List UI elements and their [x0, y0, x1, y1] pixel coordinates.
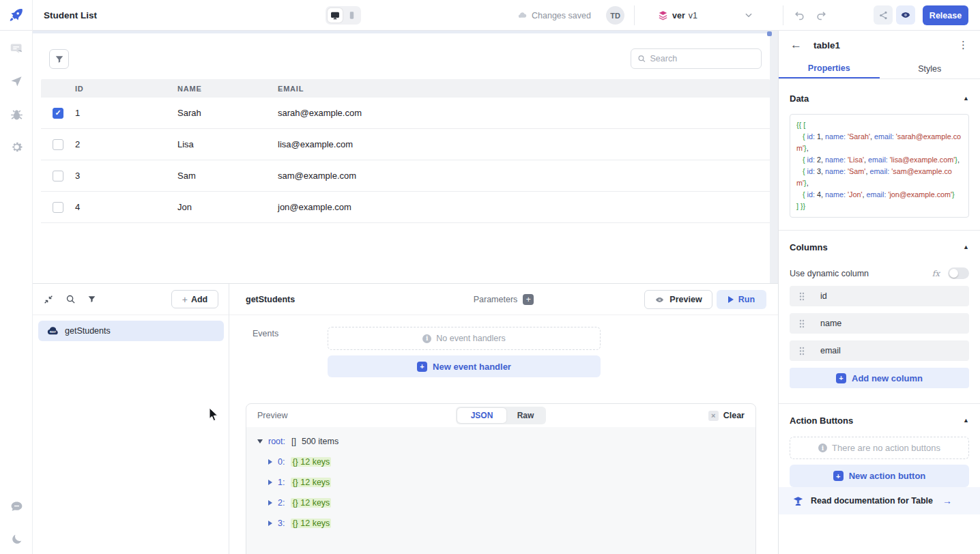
cell-name[interactable]: Lisa [177, 139, 278, 149]
search-queries-icon[interactable] [66, 294, 76, 304]
app-logo[interactable] [0, 0, 33, 31]
table-row[interactable]: 3Samsam@example.com [41, 160, 770, 192]
row-checkbox[interactable] [53, 139, 63, 150]
drag-handle-icon[interactable] [799, 319, 805, 328]
undo-button[interactable] [792, 8, 807, 23]
cell-email[interactable]: sarah@example.com [278, 108, 770, 118]
collapse-caret-icon[interactable]: ▲ [963, 95, 969, 102]
table-search-box[interactable] [631, 48, 762, 69]
cell-name[interactable]: Jon [177, 202, 278, 212]
cell-name[interactable]: Sarah [177, 108, 278, 118]
help-chat-button[interactable] [8, 498, 25, 514]
row-checkbox[interactable] [53, 171, 63, 181]
collapse-panel-icon[interactable] [43, 294, 54, 305]
kebab-menu-icon[interactable]: ⋮ [958, 39, 968, 51]
share-button[interactable] [874, 5, 893, 25]
expander-right-icon[interactable] [268, 459, 272, 465]
add-query-button[interactable]: + Add [171, 290, 218, 308]
release-button[interactable]: Release [923, 5, 968, 25]
column-row-name[interactable]: name [790, 313, 969, 334]
table-filter-button[interactable] [49, 49, 69, 69]
settings-button[interactable] [8, 138, 25, 155]
cell-email[interactable]: jon@example.com [278, 202, 770, 212]
query-run-button[interactable]: Run [717, 290, 766, 309]
cell-name[interactable]: Sam [177, 171, 278, 181]
cell-id[interactable]: 2 [75, 139, 177, 149]
tree-children: 0:{} 12 keys1:{} 12 keys2:{} 12 keys3:{}… [257, 457, 745, 528]
table-row[interactable]: 2Lisalisa@example.com [41, 129, 770, 160]
clear-button[interactable]: × Clear [708, 411, 745, 421]
no-event-handlers-box: i No event handlers [328, 327, 601, 350]
columns-section-header[interactable]: Columns ▲ [779, 240, 980, 254]
expander-right-icon[interactable] [268, 500, 272, 506]
row-checkbox[interactable] [53, 202, 63, 213]
cell-id[interactable]: 1 [75, 108, 177, 118]
column-row-email[interactable]: email [790, 340, 969, 361]
collapse-caret-icon[interactable]: ▲ [963, 244, 969, 250]
tab-styles[interactable]: Styles [880, 59, 980, 78]
selection-handle[interactable] [767, 31, 772, 36]
avatar[interactable]: TD [606, 6, 624, 25]
redo-button[interactable] [813, 8, 829, 23]
tab-raw[interactable]: Raw [506, 408, 545, 423]
tree-item-row[interactable]: 3:{} 12 keys [268, 519, 745, 528]
expander-right-icon[interactable] [268, 480, 272, 485]
filter-queries-icon[interactable] [87, 295, 96, 304]
cell-id[interactable]: 3 [75, 171, 177, 181]
header-email[interactable]: EMAIL [278, 85, 770, 93]
query-preview-button[interactable]: Preview [644, 290, 712, 309]
data-section-header[interactable]: Data ▲ [779, 91, 980, 105]
version-control[interactable]: ver v1 [657, 0, 697, 31]
inspector-tabs: Properties Styles [779, 59, 980, 79]
column-row-id[interactable]: id [790, 286, 969, 306]
releases-button[interactable] [8, 73, 25, 89]
desktop-toggle-button[interactable] [328, 8, 343, 23]
dark-mode-toggle[interactable] [8, 531, 25, 547]
read-documentation-link[interactable]: Read documentation for Table → [779, 487, 980, 514]
chevron-down-icon[interactable] [744, 10, 753, 20]
header-name[interactable]: NAME [177, 85, 278, 93]
bug-icon [10, 108, 24, 122]
rest-api-icon: REST [46, 327, 59, 336]
cell-email[interactable]: sam@example.com [278, 171, 770, 181]
tab-json[interactable]: JSON [457, 408, 506, 423]
mobile-toggle-button[interactable] [344, 8, 359, 23]
add-new-column-button[interactable]: + Add new column [790, 368, 969, 388]
back-arrow-icon[interactable]: ← [790, 38, 802, 52]
actions-section-header[interactable]: Action Buttons ▲ [779, 413, 980, 427]
expander-right-icon[interactable] [268, 521, 272, 526]
tree-root-row[interactable]: root: [] 500 items [257, 437, 745, 446]
tree-item-row[interactable]: 2:{} 12 keys [268, 498, 745, 508]
expander-down-icon[interactable] [257, 439, 263, 443]
component-name[interactable]: table1 [813, 40, 840, 50]
search-input[interactable] [650, 54, 755, 63]
data-code-editor[interactable]: {{ [ { id: 1, name: 'Sarah', email: 'sar… [790, 114, 969, 218]
tree-item-summary: {} 12 keys [291, 457, 331, 467]
tree-item-row[interactable]: 1:{} 12 keys [268, 478, 745, 487]
row-checkbox[interactable]: ✓ [53, 108, 63, 119]
response-preview-card: Preview JSON Raw × Clear root: [] [246, 403, 756, 554]
preview-title: Preview [257, 411, 287, 420]
tab-properties[interactable]: Properties [779, 59, 880, 78]
preview-app-button[interactable] [896, 5, 915, 25]
query-list-item-getstudents[interactable]: REST getStudents [38, 321, 224, 341]
play-icon [728, 296, 734, 303]
fx-icon[interactable]: fx [932, 269, 940, 278]
dynamic-column-toggle[interactable] [948, 267, 969, 279]
cell-email[interactable]: lisa@example.com [278, 139, 770, 149]
add-parameter-button[interactable]: + [523, 294, 534, 305]
drag-handle-icon[interactable] [799, 292, 805, 301]
new-event-handler-button[interactable]: + New event handler [328, 355, 601, 377]
comments-button[interactable] [8, 40, 25, 57]
collapse-caret-icon[interactable]: ▲ [963, 417, 969, 424]
header-id[interactable]: ID [75, 85, 177, 93]
new-action-button[interactable]: + New action button [790, 465, 969, 487]
code-line: ] }} [796, 201, 962, 212]
changes-saved-status: Changes saved [517, 0, 591, 31]
tree-item-row[interactable]: 0:{} 12 keys [268, 457, 745, 467]
table-row[interactable]: 4Jonjon@example.com [41, 192, 770, 223]
table-row[interactable]: ✓1Sarahsarah@example.com [41, 98, 770, 129]
debug-button[interactable] [8, 106, 25, 123]
cell-id[interactable]: 4 [75, 202, 177, 212]
drag-handle-icon[interactable] [799, 347, 805, 355]
